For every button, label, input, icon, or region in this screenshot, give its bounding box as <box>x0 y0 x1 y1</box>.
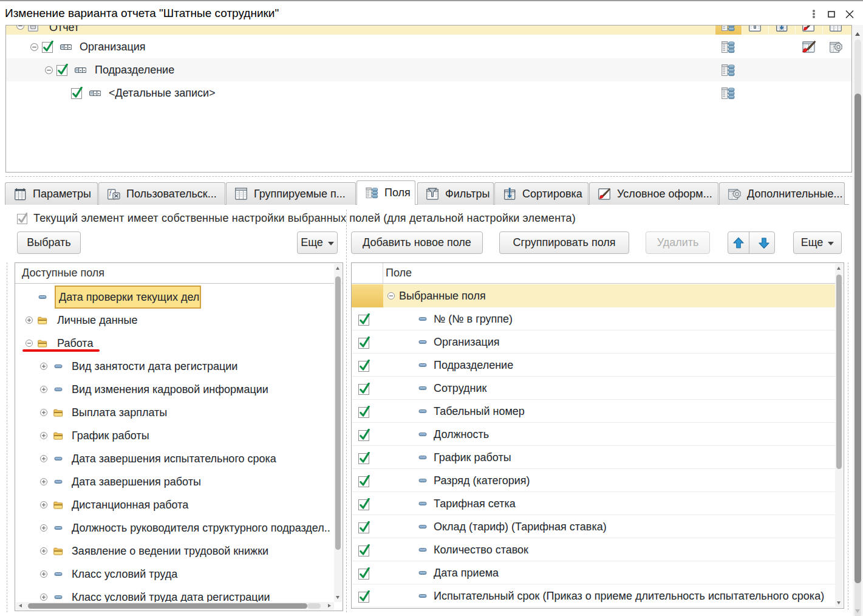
checkbox-checked-icon[interactable] <box>358 406 370 418</box>
window-menu-button[interactable] <box>806 6 822 22</box>
available-field-row[interactable]: Должность руководителя структурного подр… <box>15 516 334 539</box>
scroll-down-icon[interactable] <box>837 601 841 604</box>
cell-sort[interactable] <box>768 25 795 35</box>
checkbox-checked-icon[interactable] <box>358 475 370 487</box>
tab-conditional-formatting[interactable]: Условное оформ... <box>589 182 718 205</box>
checkbox-checked-icon[interactable] <box>56 64 68 76</box>
selected-field-row[interactable]: № (№ в группе) <box>352 307 835 330</box>
tab-user-settings[interactable]: Пользовательск... <box>98 182 225 205</box>
checkbox-checked-icon[interactable] <box>358 590 370 603</box>
tab-parameters[interactable]: Параметры <box>5 182 98 205</box>
selected-field-row[interactable]: Оклад (тариф) (Тарифная ставка) <box>352 515 835 538</box>
checkbox-checked-icon[interactable] <box>358 544 370 556</box>
tree-row-department[interactable]: Подразделение <box>6 58 851 81</box>
select-button[interactable]: Выбрать <box>17 231 81 254</box>
checkbox-checked-icon[interactable] <box>358 313 370 326</box>
expand-icon[interactable] <box>40 594 47 601</box>
selected-field-row[interactable]: Испытательный срок (Приказ о приеме длит… <box>352 584 835 607</box>
checkbox-checked-icon[interactable] <box>42 41 53 53</box>
tab-fields[interactable]: Поля <box>356 180 415 205</box>
available-field-row[interactable]: Дата проверки текущих дел <box>15 286 334 309</box>
expand-icon[interactable] <box>40 501 47 508</box>
selected-field-row[interactable]: Дата приема <box>352 561 835 584</box>
scroll-up-icon[interactable] <box>336 267 339 270</box>
expand-icon[interactable] <box>40 386 47 393</box>
selected-field-row[interactable]: Разряд (категория) <box>352 469 835 492</box>
expand-icon[interactable] <box>40 524 47 532</box>
expand-icon[interactable] <box>40 570 47 578</box>
selected-field-row[interactable]: Организация <box>352 330 835 354</box>
checkbox-checked-icon[interactable] <box>358 429 370 441</box>
tab-grouped-fields[interactable]: Группируемые п... <box>226 182 356 205</box>
more-button-left[interactable]: Еще <box>297 231 338 254</box>
add-field-button[interactable]: Добавить новое поле <box>351 231 483 254</box>
available-field-row[interactable]: Дата завершения работы <box>15 470 334 493</box>
checkbox-checked-icon[interactable] <box>358 383 370 395</box>
available-field-row[interactable]: Вид изменения кадровой информации <box>15 378 334 401</box>
left-panel-hscrollbar[interactable] <box>16 602 334 610</box>
cell-fields[interactable] <box>715 35 742 58</box>
move-down-button[interactable] <box>754 232 775 253</box>
collapse-icon[interactable] <box>30 43 38 51</box>
left-panel-vscrollbar[interactable] <box>334 264 342 602</box>
expand-icon[interactable] <box>40 547 47 555</box>
left-scrollbar-thumb[interactable] <box>335 276 341 550</box>
collapse-icon[interactable] <box>45 66 53 74</box>
scroll-left-icon[interactable] <box>19 604 22 607</box>
collapse-icon[interactable] <box>26 340 33 347</box>
cell-filter[interactable] <box>742 25 768 35</box>
expand-icon[interactable] <box>40 432 47 439</box>
checkbox-checked-icon[interactable] <box>358 452 370 464</box>
available-field-row[interactable]: Выплата зарплаты <box>15 401 334 424</box>
group-fields-button[interactable]: Сгруппировать поля <box>499 231 629 254</box>
window-maximize-button[interactable] <box>824 6 839 22</box>
scroll-down-icon[interactable] <box>336 596 339 599</box>
cell-fields[interactable] <box>715 81 742 104</box>
scroll-down-icon[interactable] <box>855 609 860 613</box>
expand-icon[interactable] <box>40 409 47 416</box>
cell-conditional[interactable] <box>795 25 822 35</box>
checkbox-checked-icon[interactable] <box>358 337 370 349</box>
window-close-button[interactable] <box>842 6 858 22</box>
tab-filters[interactable]: Фильтры <box>417 182 494 205</box>
window-scrollbar-thumb[interactable] <box>854 94 861 583</box>
expand-icon[interactable] <box>26 317 33 324</box>
available-field-row[interactable]: Вид занятости дата регистрации <box>15 355 334 378</box>
cell-additional[interactable] <box>822 35 850 58</box>
checkbox-checked-icon[interactable] <box>358 498 370 510</box>
scroll-up-icon[interactable] <box>837 267 841 270</box>
selected-field-row[interactable]: Подразделение <box>352 354 835 377</box>
available-field-row[interactable]: Класс условий труда дата регистрации <box>15 586 334 602</box>
cell-additional[interactable] <box>822 25 850 35</box>
expand-icon[interactable] <box>40 478 47 485</box>
checkbox-disabled-checked-icon[interactable] <box>17 213 27 224</box>
window-scrollbar[interactable] <box>853 25 863 616</box>
selected-field-row[interactable]: Табельный номер <box>352 400 835 423</box>
left-scrollbar-hthumb[interactable] <box>28 603 307 609</box>
expand-icon[interactable] <box>40 455 47 462</box>
tab-additional[interactable]: Дополнительные... <box>719 182 845 205</box>
scroll-up-icon[interactable] <box>855 32 860 36</box>
collapse-icon[interactable] <box>16 25 24 30</box>
more-button-right[interactable]: Еще <box>793 231 842 254</box>
tree-row-organization[interactable]: Организация <box>6 35 851 58</box>
checkbox-checked-icon[interactable] <box>358 360 370 372</box>
tab-sorting[interactable]: Сортировка <box>494 182 588 205</box>
right-scrollbar-thumb[interactable] <box>836 275 842 469</box>
selected-field-row[interactable]: Сотрудник <box>352 377 835 400</box>
selected-field-row[interactable]: Количество ставок <box>352 538 835 561</box>
checkbox-checked-icon[interactable] <box>71 87 83 99</box>
available-field-row[interactable]: Дистанционная работа <box>15 493 334 516</box>
vertical-splitter[interactable] <box>346 210 347 612</box>
scroll-right-icon[interactable] <box>328 604 331 607</box>
delete-button[interactable]: Удалить <box>646 231 710 254</box>
cell-conditional[interactable] <box>795 35 822 58</box>
checkbox-checked-icon[interactable] <box>358 567 370 580</box>
available-field-row[interactable]: Дата завершения испытательного срока <box>15 447 334 470</box>
collapse-icon[interactable] <box>387 292 395 299</box>
tree-row-report[interactable]: Отчет <box>6 25 851 35</box>
horizontal-splitter[interactable] <box>5 176 852 177</box>
expand-icon[interactable] <box>40 363 47 370</box>
cell-fields[interactable] <box>715 58 742 81</box>
available-field-row[interactable]: Заявление о ведении трудовой книжки <box>15 539 334 563</box>
